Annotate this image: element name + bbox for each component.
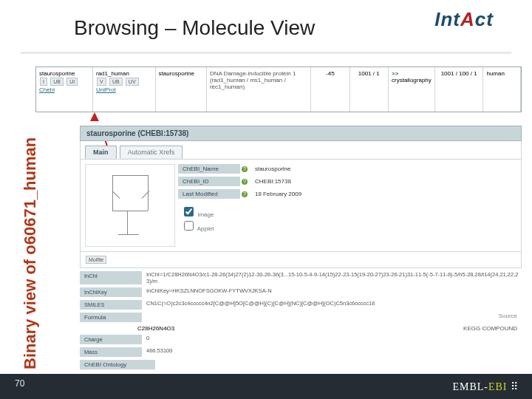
xref-chip[interactable]: I <box>40 78 47 86</box>
inchikey-label: InChIKey <box>80 287 142 297</box>
chebi-id-value: CHEBI:15738 <box>248 178 291 185</box>
mass-label: Mass <box>80 347 142 357</box>
chebi-link[interactable]: Chebi <box>39 86 55 93</box>
chebi-name-label: ChEBI_Name <box>178 164 240 174</box>
xref-chip[interactable]: UI <box>66 78 78 86</box>
smiles-label: SMILES <box>80 300 142 310</box>
col-3: staurosporine <box>156 67 207 112</box>
detection-method: >> crystallography <box>389 67 435 112</box>
chebi-panel: staurosporine (CHEBI:15738) Main Automat… <box>80 126 522 364</box>
chebi-tabs: Main Automatic Xrefs <box>80 141 522 160</box>
uniprot-link[interactable]: UniProt <box>96 86 116 93</box>
source-column-header: Source <box>499 313 522 322</box>
slide-number: 70 <box>15 378 24 389</box>
source-value: KEGG COMPOUND <box>463 325 522 332</box>
inchikey-value: InChIKey=HKSZLNNOFSGOKW-FYTWVXJKSA-N <box>142 287 522 297</box>
formula-value: C28H26N4O3 <box>137 325 174 332</box>
molecule-structure <box>85 164 175 247</box>
xref-chip[interactable]: UB <box>109 78 123 86</box>
binary-view-row: staurosporine I UB UI Chebi rad1_human V… <box>35 66 522 112</box>
header-divider <box>21 52 511 54</box>
count-triplet: 1001 / 100 / 1 <box>435 67 484 112</box>
footer-logo: EMBL-EBI ⠿ <box>452 381 519 393</box>
intact-logo: IntAct <box>412 6 516 33</box>
count-value: 1001 / 1 <box>350 67 389 112</box>
chebi-ontology-label: ChEBI Ontology <box>80 360 155 369</box>
organism: human <box>483 67 521 112</box>
inchi-label: InChI <box>80 271 142 284</box>
toggle-applet[interactable]: Applet <box>181 219 516 233</box>
charge-label: Charge <box>80 335 142 344</box>
molfile-chip[interactable]: Molfile <box>86 256 106 264</box>
chebi-name-value: staurosporine <box>248 166 290 172</box>
help-icon[interactable]: ? <box>242 179 248 185</box>
smiles-value: CN1C(=O)c2c3c4ccccc4n2[C@@H]5O[C@@H](C)[… <box>142 300 522 310</box>
sidebar-vertical-label: Binary view of o60671_human <box>21 137 40 369</box>
protein-description: DNA Damage-inducible protein 1 (rad1_hum… <box>207 67 311 112</box>
help-icon[interactable]: ? <box>242 166 248 172</box>
xref-chip[interactable]: V <box>97 78 106 86</box>
chebi-id-label: ChEBI_ID <box>178 177 240 186</box>
interactor-b-name: rad1_human <box>96 70 152 77</box>
xref-chip[interactable]: UV <box>126 78 139 86</box>
last-modified-label: Last Modified <box>178 189 240 199</box>
formula-label: Formula <box>80 313 142 322</box>
inchi-value: InChI=1/C28H26N4O3/c1-28-26(34)27(2)12-3… <box>142 271 522 284</box>
chebi-panel-title: staurosporine (CHEBI:15738) <box>80 126 522 141</box>
help-icon[interactable]: ? <box>242 191 248 197</box>
last-modified-value: 18 February 2009 <box>248 191 301 197</box>
page-title: Browsing – Molecule View <box>74 16 315 40</box>
xref-chip[interactable]: UB <box>50 78 64 86</box>
toggle-image[interactable]: Image <box>181 205 516 219</box>
mass-value: 466.53100 <box>142 347 522 357</box>
callout-arrow-head <box>90 112 99 121</box>
tab-automatic-xrefs[interactable]: Automatic Xrefs <box>120 146 183 159</box>
score-value: -45 <box>311 67 349 112</box>
charge-value: 0 <box>142 335 522 344</box>
tab-main[interactable]: Main <box>85 146 117 159</box>
interactor-a-name: staurosporine <box>39 70 89 77</box>
